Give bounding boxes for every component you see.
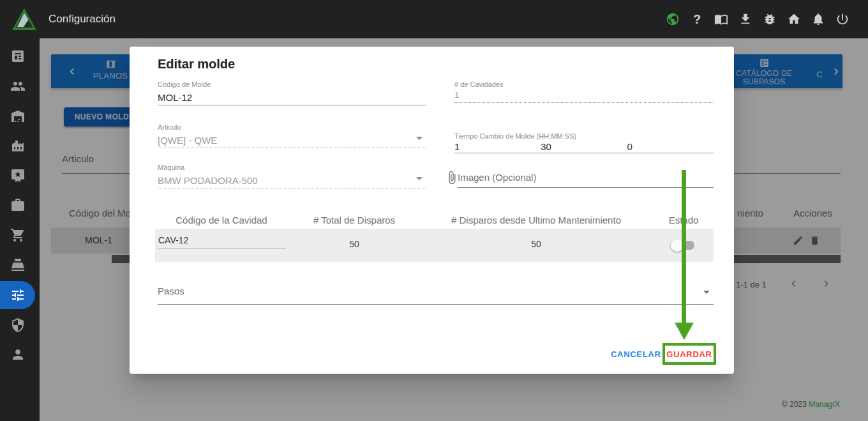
warehouse-icon <box>10 109 26 124</box>
edit-mold-dialog: Editar molde Código de Molde # de Cavida… <box>130 47 734 374</box>
imagen-field[interactable]: Imagen (Opcional) <box>458 172 714 188</box>
shield-icon <box>10 318 26 333</box>
codigo-molde-field: Código de Molde <box>158 80 426 105</box>
sidebar-item-configuration[interactable] <box>0 281 35 309</box>
cavity-table-row: 50 50 <box>155 229 714 262</box>
certificate-icon <box>10 168 26 183</box>
cavidades-field: # de Cavidades 1 <box>454 80 714 103</box>
cavity-code-input[interactable] <box>158 235 286 249</box>
topbar: Configuración ? <box>0 0 868 38</box>
topbar-actions: ? <box>665 11 850 27</box>
cavity-header-codigo: Código de la Cavidad <box>176 215 267 226</box>
download-icon[interactable] <box>738 11 753 27</box>
dialog-title: Editar molde <box>158 57 235 72</box>
sidebar-item-warehouse[interactable] <box>0 102 35 130</box>
annotation-arrow-line <box>682 170 686 323</box>
help-icon[interactable]: ? <box>689 11 705 27</box>
pasos-field[interactable]: Pasos <box>158 277 714 305</box>
sidebar-item-news[interactable] <box>0 42 35 70</box>
sidebar-item-certificates[interactable] <box>0 162 35 190</box>
bug-icon[interactable] <box>762 11 777 27</box>
annotation-highlight-box: GUARDAR <box>662 343 716 365</box>
maquina-label: Máquina <box>158 164 426 171</box>
cavidades-value: 1 <box>454 90 714 100</box>
power-icon[interactable] <box>835 11 850 27</box>
pasos-dropdown-icon <box>703 291 710 294</box>
bell-icon[interactable] <box>811 11 826 27</box>
imagen-label: Imagen (Opcional) <box>458 172 714 183</box>
save-button[interactable]: GUARDAR <box>665 346 714 362</box>
articulo-label: Articulo <box>158 123 426 131</box>
app-logo-icon <box>11 8 37 31</box>
tune-icon <box>10 287 26 303</box>
pasos-label: Pasos <box>158 286 714 296</box>
articulo-field: Articulo [QWE] - QWE <box>158 123 426 148</box>
maquina-dropdown-icon <box>416 177 423 180</box>
briefcase-icon <box>10 197 26 213</box>
users-icon <box>10 79 26 94</box>
cavity-header-disparos-mantenimiento: # Disparos desde Ultimo Mantenimiento <box>451 215 621 226</box>
register-icon <box>10 257 26 273</box>
cavidades-label: # de Cavidades <box>454 80 714 88</box>
cavity-total-disparos-value: 50 <box>349 239 359 249</box>
sidebar-item-briefcase[interactable] <box>0 191 35 219</box>
sidebar-item-factory[interactable] <box>0 132 35 160</box>
sidebar-item-users[interactable] <box>0 72 35 100</box>
codigo-molde-input[interactable] <box>158 92 426 103</box>
cavity-header-total-disparos: # Total de Disparos <box>313 215 395 226</box>
sidebar-item-register[interactable] <box>0 251 35 279</box>
factory-icon <box>10 138 26 153</box>
page-title: Configuración <box>49 13 116 26</box>
person-icon <box>10 347 26 362</box>
sidebar-item-security[interactable] <box>0 311 35 339</box>
sidebar <box>0 38 40 421</box>
tiempo-inputs <box>454 141 714 152</box>
articulo-dropdown-icon <box>416 137 423 140</box>
codigo-molde-label: Código de Molde <box>158 80 426 88</box>
tiempo-cambio-field: Tiempo Cambio de Molde (HH:MM:SS) <box>454 132 714 153</box>
news-icon <box>10 49 26 64</box>
annotation-arrow-head <box>675 323 694 340</box>
book-icon[interactable] <box>714 11 729 27</box>
home-icon[interactable] <box>786 11 802 27</box>
globe-icon[interactable] <box>665 11 680 27</box>
sidebar-item-profile[interactable] <box>0 341 35 369</box>
maquina-value: BMW PODADORA-500 <box>158 175 426 186</box>
cart-icon <box>10 227 26 243</box>
cavity-disparos-mantenimiento-value: 50 <box>531 239 541 249</box>
articulo-value: [QWE] - QWE <box>158 135 426 146</box>
tiempo-cambio-label: Tiempo Cambio de Molde (HH:MM:SS) <box>454 132 714 140</box>
tiempo-minutes-input[interactable] <box>541 141 627 152</box>
cancel-button[interactable]: CANCELAR <box>604 343 668 365</box>
paperclip-icon[interactable] <box>445 171 459 185</box>
tiempo-seconds-input[interactable] <box>627 141 713 152</box>
maquina-field: Máquina BMW PODADORA-500 <box>158 164 426 188</box>
sidebar-item-cart[interactable] <box>0 221 35 249</box>
tiempo-hours-input[interactable] <box>454 141 541 152</box>
